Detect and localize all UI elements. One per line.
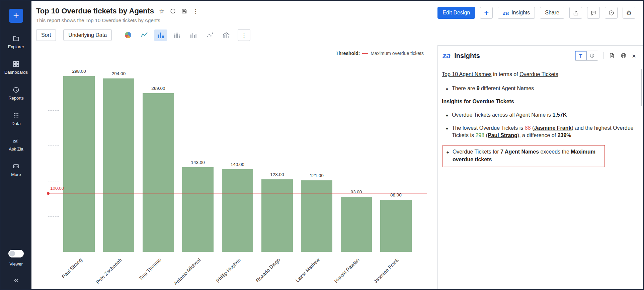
app-window: + ExplorerDashboardsReportsDatazaAsk Zia… (0, 0, 644, 290)
close-insights-icon[interactable]: × (632, 52, 636, 59)
export-button[interactable] (569, 7, 582, 19)
sidebar-item-dashboards[interactable]: Dashboards (1, 60, 31, 75)
insight-segment: ( (531, 125, 534, 131)
insights-button[interactable]: za Insights (498, 7, 535, 19)
bar-value-label: 298.00 (59, 69, 99, 74)
comment-icon (590, 10, 597, 16)
edit-design-button[interactable]: Edit Design (437, 7, 475, 19)
insight-text: Top 10 Agent Names in terms of Overdue T… (442, 71, 558, 77)
main-area: Top 10 Overdue tickets by Agents ☆ ⋮ Thi… (31, 1, 643, 289)
collapse-sidebar-icon[interactable] (12, 277, 20, 284)
save-icon[interactable] (181, 8, 187, 14)
comments-button[interactable] (587, 7, 600, 19)
insight-link[interactable]: Paul Strang (488, 132, 517, 138)
add-view-button[interactable]: + (480, 7, 493, 19)
more-icon (12, 163, 20, 170)
document-icon[interactable] (609, 52, 615, 59)
bar-rozario-diego[interactable] (261, 179, 293, 252)
insight-link[interactable]: Overdue Tickets (519, 71, 558, 77)
bullet-diamond-icon: ◆ (446, 113, 448, 119)
sidebar-nav: ExplorerDashboardsReportsDatazaAsk ZiaMo… (1, 35, 31, 177)
underlying-data-button[interactable]: Underlying Data (63, 29, 112, 41)
insight-segment: different Agent Names (480, 85, 534, 91)
bar-phillip-hughes[interactable] (222, 169, 253, 252)
insight-segment: ( (484, 132, 488, 138)
x-axis-label: Rozario Diego (255, 257, 281, 283)
x-axis-slot: Paul Strang (59, 252, 99, 289)
sidebar-item-label: Ask Zia (9, 147, 23, 152)
bar-paul-strang[interactable] (63, 76, 94, 252)
bar-column: 143.00 (178, 66, 218, 252)
insight-link[interactable]: Top 10 Agent Names (442, 71, 492, 77)
sidebar-item-label: More (11, 172, 21, 177)
sidebar-item-explorer[interactable]: Explorer (1, 35, 31, 49)
insight-segment: 239% (558, 132, 571, 138)
dashboard-grid-icon (12, 60, 20, 68)
bar-chart-plot: 298.00294.00269.00143.00140.00123.00121.… (48, 66, 427, 289)
pie-chart-icon[interactable] (121, 30, 135, 41)
insight-segment: 9 (477, 85, 480, 91)
bar-harold-pawlan[interactable] (341, 197, 372, 252)
insight-line: ◆Overdue Tickets across all Agent Name i… (442, 111, 634, 119)
bar-value-label: 143.00 (178, 160, 218, 165)
x-axis-slot: Harold Pawlan (336, 252, 376, 289)
sidebar-item-more[interactable]: More (1, 163, 31, 177)
x-axis-label: Jasmine Frank (373, 257, 400, 284)
threshold-dot (47, 192, 50, 195)
bar-antanio-micheal[interactable] (182, 167, 213, 252)
panel-scrollbar[interactable] (641, 69, 642, 106)
zia-icon: za (442, 52, 451, 60)
bar-column: 88.00 (376, 66, 416, 252)
alerts-button[interactable] (605, 7, 618, 19)
insight-link[interactable]: Jasmine Frank (534, 125, 571, 131)
language-globe-icon[interactable] (620, 52, 627, 59)
threshold-legend-text: Maximum overdue tickets (371, 51, 424, 56)
line-chart-icon[interactable] (138, 30, 151, 41)
sidebar-item-reports[interactable]: Reports (1, 86, 31, 101)
sort-button[interactable]: Sort (36, 29, 56, 41)
content-row: Threshold: Maximum overdue tickets 298.0… (31, 45, 643, 289)
favorite-star-icon[interactable]: ☆ (159, 7, 165, 15)
refresh-icon[interactable] (170, 8, 176, 14)
add-button[interactable]: + (9, 9, 23, 23)
insights-panel-title: Insights (454, 52, 480, 60)
insight-segment: 298 (475, 132, 484, 138)
zia-icon: za (503, 10, 509, 16)
toolbar-more-icon[interactable]: ⋮ (238, 29, 250, 41)
insight-link[interactable]: 7 Agent Names (500, 149, 539, 155)
insights-chart-view-button[interactable] (586, 51, 598, 60)
title-more-icon[interactable]: ⋮ (192, 7, 199, 15)
bar-lazar-mathew[interactable] (301, 180, 332, 252)
bar-value-label: 140.00 (218, 162, 257, 167)
insight-segment: in terms of (492, 71, 520, 77)
insight-line: ◆The lowest Overdue Tickets is 88 (Jasmi… (442, 124, 634, 139)
sidebar-item-label: Data (11, 121, 20, 126)
sidebar-item-ask-zia[interactable]: zaAsk Zia (1, 137, 31, 152)
bar-column: 298.00 (59, 66, 99, 252)
combo-chart-icon[interactable] (220, 30, 233, 41)
insight-text: The lowest Overdue Tickets is 88 (Jasmin… (452, 124, 634, 139)
bar-chart-icon[interactable] (154, 30, 167, 41)
bar-pete-zachariah[interactable] (103, 78, 134, 252)
export-icon (573, 10, 579, 16)
insight-segment: Overdue Tickets across all Agent Name is (452, 112, 553, 118)
x-axis-slot: Antanio Micheal (178, 252, 218, 289)
bar-value-label: 269.00 (139, 86, 178, 91)
insight-segment: The lowest Overdue Tickets is (452, 125, 525, 131)
sidebar-item-data[interactable]: Data (1, 112, 31, 126)
insight-text: Overdue Tickets across all Agent Name is… (452, 111, 567, 119)
sidebar: + ExplorerDashboardsReportsDatazaAsk Zia… (1, 1, 31, 289)
grouped-bar-icon[interactable] (187, 30, 200, 41)
bar-jasmine-frank[interactable] (380, 200, 411, 252)
x-axis-labels: Paul StrangPete ZachariahTina ThomasAnta… (48, 252, 427, 289)
share-button[interactable]: Share (540, 7, 564, 19)
insights-text-view-button[interactable]: T (575, 51, 586, 60)
reports-icon (12, 86, 20, 94)
scatter-chart-icon[interactable] (203, 30, 217, 41)
viewer-label: Viewer (9, 262, 23, 267)
folder-icon (12, 35, 20, 42)
stacked-bar-icon[interactable] (170, 30, 184, 41)
bar-tina-thomas[interactable] (143, 93, 174, 252)
settings-button[interactable]: ⚙ (623, 7, 635, 19)
viewer-mode-toggle[interactable] (8, 250, 24, 257)
